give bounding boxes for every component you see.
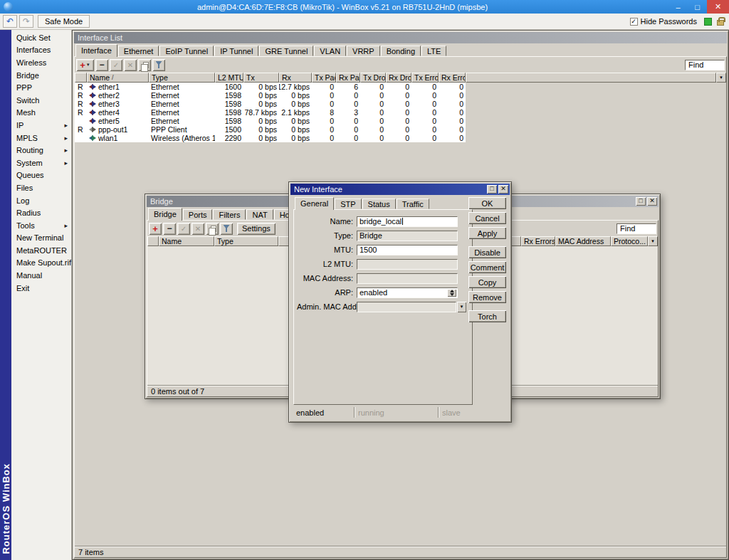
redo-button[interactable]: ↷ [19, 15, 33, 28]
bridge-column-header-protoco[interactable]: Protoco... [611, 236, 648, 246]
sidebar-item-quick-set[interactable]: Quick Set [11, 31, 71, 44]
dialog-maximize-button[interactable]: □ [487, 185, 497, 194]
table-row[interactable]: wlan1Wireless (Atheros 11N)22900 bps0 bp… [75, 134, 466, 142]
tab-gre-tunnel[interactable]: GRE Tunnel [259, 46, 313, 56]
bridge-settings-button[interactable]: Settings [237, 223, 276, 235]
sidebar-item-routing[interactable]: Routing▸ [11, 144, 71, 157]
column-header-name[interactable]: Name/ [87, 73, 149, 83]
bridge-tab-ports[interactable]: Ports [183, 209, 213, 220]
apply-button[interactable]: Apply [468, 227, 506, 239]
remove-button[interactable]: Remove [468, 291, 506, 303]
sidebar-item-system[interactable]: System▸ [11, 157, 71, 169]
interface-list-titlebar[interactable]: Interface List [74, 32, 727, 43]
minimize-button[interactable]: – [668, 0, 688, 14]
column-header-rx-drops[interactable]: Rx Drops [386, 73, 411, 83]
column-header-tx[interactable]: Tx [243, 73, 279, 83]
bridge-column-header-type[interactable]: Type [214, 236, 278, 246]
bridge-comment-button[interactable] [206, 223, 219, 235]
column-select-button[interactable]: ▼ [716, 73, 726, 83]
sidebar-item-log[interactable]: Log [11, 194, 71, 207]
bridge-column-select-button[interactable]: ▼ [648, 236, 658, 246]
column-header-rx[interactable]: Rx [279, 73, 312, 83]
hide-passwords-checkbox[interactable]: ✓ Hide Passwords [630, 17, 697, 26]
bridge-tab-bridge[interactable]: Bridge [148, 208, 182, 221]
sidebar-item-mpls[interactable]: MPLS▸ [11, 132, 71, 144]
column-header-tx-drops[interactable]: Tx Drops [360, 73, 386, 83]
column-header-type[interactable]: Type [149, 73, 215, 83]
find-box[interactable]: Find [685, 60, 725, 70]
enable-button[interactable]: ✓ [110, 59, 122, 71]
sidebar-item-tools[interactable]: Tools▸ [11, 219, 71, 232]
sidebar-item-metarouter[interactable]: MetaROUTER [11, 244, 71, 257]
add-interface-button[interactable]: +▼ [76, 59, 94, 71]
disable-button[interactable]: ✕ [124, 59, 137, 71]
table-row[interactable]: Rether3Ethernet15980 bps0 bps000000 [75, 100, 466, 108]
table-row[interactable]: Rppp-out1PPP Client15000 bps0 bps000000 [75, 125, 466, 134]
sidebar-item-wireless[interactable]: Wireless [11, 56, 71, 69]
tab-vlan[interactable]: VLAN [314, 46, 346, 56]
dialog-close-button[interactable]: ✕ [498, 185, 508, 194]
table-row[interactable]: Rether1Ethernet16000 bps12.7 kbps060000 [75, 83, 466, 91]
dialog-tab-traffic[interactable]: Traffic [397, 199, 429, 209]
bridge-disable-button[interactable]: ✕ [192, 223, 204, 235]
dialog-tab-stp[interactable]: STP [335, 199, 361, 209]
column-header-rx-pac[interactable]: Rx Pac... [336, 73, 360, 83]
table-row[interactable]: Rether4Ethernet159878.7 kbps2.1 kbps8300… [75, 108, 466, 117]
comment-button[interactable]: Comment [468, 261, 506, 273]
column-header-flag[interactable] [75, 73, 87, 83]
bridge-maximize-button[interactable]: □ [636, 197, 646, 206]
dialog-titlebar[interactable]: New Interface □ ✕ [290, 184, 510, 195]
sidebar-item-mesh[interactable]: Mesh [11, 107, 71, 120]
sidebar-item-ppp[interactable]: PPP [11, 81, 71, 94]
sidebar-item-switch[interactable]: Switch [11, 94, 71, 107]
sidebar-item-make-supout-rif[interactable]: Make Supout.rif [11, 257, 71, 270]
torch-button[interactable]: Torch [468, 310, 506, 322]
tab-vrrp[interactable]: VRRP [347, 46, 380, 56]
dialog-tab-status[interactable]: Status [362, 199, 396, 209]
close-button[interactable]: ✕ [707, 0, 729, 14]
column-header-l2-mtu[interactable]: L2 MTU [215, 73, 243, 83]
copy-button[interactable]: Copy [468, 276, 506, 288]
bridge-close-button[interactable]: ✕ [647, 197, 657, 206]
bridge-column-header-name[interactable]: Name [159, 236, 214, 246]
dialog-tab-general[interactable]: General [295, 197, 334, 210]
admin-mac-dropdown-button[interactable]: ▼ [457, 302, 466, 312]
name-input[interactable]: bridge_local [357, 216, 458, 227]
safe-mode-button[interactable]: Safe Mode [38, 15, 90, 28]
column-header-tx-errors[interactable]: Tx Errors [411, 73, 439, 83]
undo-button[interactable]: ↶ [3, 15, 17, 28]
column-header-tx-pac[interactable]: Tx Pac... [312, 73, 336, 83]
sidebar-item-ip[interactable]: IP▸ [11, 119, 71, 132]
column-header-rx-errors[interactable]: Rx Errors [439, 73, 466, 83]
bridge-enable-button[interactable]: ✓ [177, 223, 190, 235]
filter-button[interactable] [152, 59, 165, 71]
sidebar-item-interfaces[interactable]: Interfaces [11, 44, 71, 57]
table-row[interactable]: Rether2Ethernet15980 bps0 bps000000 [75, 91, 466, 100]
maximize-button[interactable]: □ [688, 0, 707, 14]
app-titlebar[interactable]: admin@D4:CA:6D:7E:F8:CB (MikroTik) - Win… [0, 0, 729, 14]
cancel-button[interactable]: Cancel [468, 212, 506, 224]
mtu-input[interactable]: 1500 [357, 245, 458, 255]
sidebar-item-radius[interactable]: Radius [11, 206, 71, 219]
arp-spinner-icon[interactable] [447, 289, 456, 297]
sidebar-item-files[interactable]: Files [11, 181, 71, 194]
tab-lte[interactable]: LTE [421, 46, 446, 56]
remove-button[interactable]: − [95, 59, 108, 71]
bridge-tab-filters[interactable]: Filters [213, 209, 246, 220]
sidebar-item-new-terminal[interactable]: New Terminal [11, 232, 71, 245]
bridge-column-header-rx-errors[interactable]: Rx Errors [521, 236, 555, 246]
disable-button[interactable]: Disable [468, 246, 506, 258]
sidebar-item-exit[interactable]: Exit [11, 282, 71, 295]
tab-ethernet[interactable]: Ethernet [118, 46, 159, 56]
tab-interface[interactable]: Interface [75, 44, 117, 57]
comment-button[interactable] [138, 59, 151, 71]
table-row[interactable]: ether5Ethernet15980 bps0 bps000000 [75, 117, 466, 125]
bridge-column-header-mac-address[interactable]: MAC Address [555, 236, 611, 246]
arp-select[interactable]: enabled [357, 287, 458, 298]
tab-bonding[interactable]: Bonding [381, 46, 421, 56]
bridge-remove-button[interactable]: − [163, 223, 176, 235]
bridge-find-box[interactable]: Find [617, 223, 656, 234]
bridge-tab-nat[interactable]: NAT [246, 209, 273, 220]
bridge-add-button[interactable]: + [149, 223, 162, 235]
tab-eoip-tunnel[interactable]: EoIP Tunnel [159, 46, 214, 56]
